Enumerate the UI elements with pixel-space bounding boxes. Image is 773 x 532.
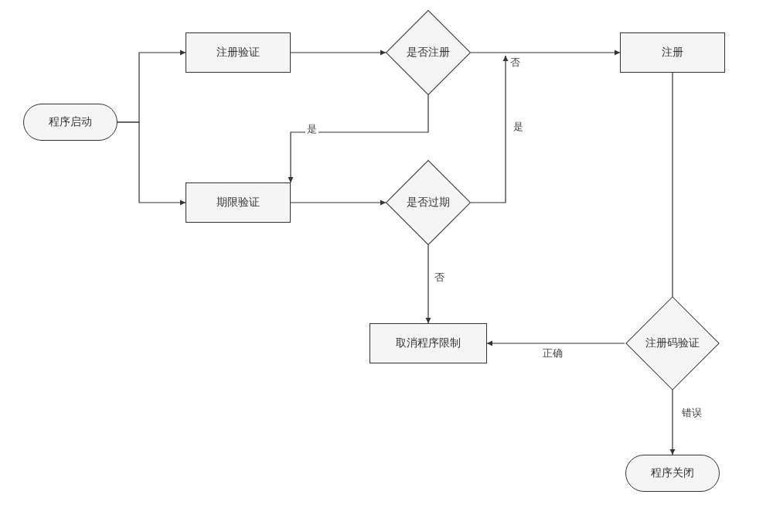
- node-register-label: 注册: [662, 46, 683, 60]
- edge-label-is-registered-yes: 是: [305, 122, 318, 136]
- node-unlock-label: 取消程序限制: [396, 336, 461, 350]
- node-term-verify-label: 期限验证: [216, 196, 260, 210]
- flowchart-canvas: 程序启动 注册验证 是否注册 注册 期限验证 是否过期 取消程序限制 注册码验证…: [0, 0, 773, 532]
- edge-label-is-expired-no: 否: [433, 271, 446, 285]
- node-is-registered-label: 是否注册: [407, 46, 450, 60]
- node-start: 程序启动: [23, 104, 117, 141]
- node-code-verify-label: 注册码验证: [645, 336, 700, 350]
- edge-label-code-correct: 正确: [541, 346, 564, 360]
- node-code-verify: 注册码验证: [639, 310, 706, 377]
- node-start-label: 程序启动: [49, 115, 92, 129]
- node-end-label: 程序关闭: [651, 466, 694, 480]
- edge-label-is-expired-yes: 是: [512, 120, 525, 134]
- edge-label-code-wrong: 错误: [680, 406, 703, 420]
- node-is-registered: 是否注册: [398, 22, 458, 83]
- node-term-verify: 期限验证: [186, 182, 291, 223]
- edges-layer: [0, 0, 773, 532]
- node-unlock: 取消程序限制: [369, 323, 487, 363]
- node-register: 注册: [620, 32, 725, 73]
- node-reg-verify: 注册验证: [186, 32, 291, 73]
- node-reg-verify-label: 注册验证: [216, 46, 260, 60]
- node-is-expired-label: 是否过期: [407, 196, 450, 210]
- node-is-expired: 是否过期: [398, 172, 458, 233]
- edge-label-is-registered-no: 否: [509, 56, 522, 70]
- node-end: 程序关闭: [625, 455, 720, 492]
